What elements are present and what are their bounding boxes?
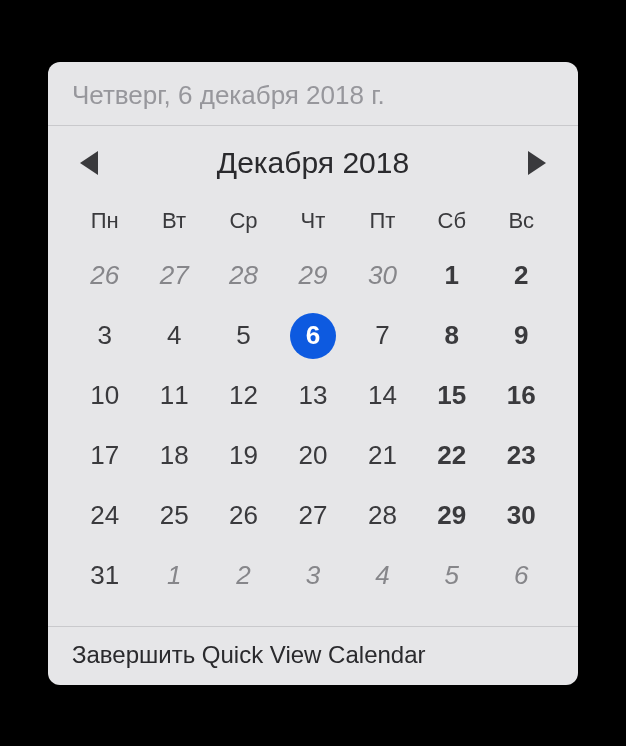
day-cell[interactable]: 23 — [487, 426, 556, 486]
day-cell[interactable]: 1 — [139, 546, 208, 606]
day-cell[interactable]: 9 — [487, 306, 556, 366]
day-cell[interactable]: 2 — [209, 546, 278, 606]
day-cell[interactable]: 19 — [209, 426, 278, 486]
day-cell[interactable]: 28 — [209, 246, 278, 306]
day-cell[interactable]: 14 — [348, 366, 417, 426]
day-number: 28 — [229, 260, 258, 291]
day-number: 30 — [368, 260, 397, 291]
day-cell[interactable]: 27 — [278, 486, 347, 546]
day-cell[interactable]: 20 — [278, 426, 347, 486]
day-cell[interactable]: 7 — [348, 306, 417, 366]
day-number: 23 — [507, 440, 536, 471]
month-navigation: Декабря 2018 — [48, 126, 578, 192]
day-number: 13 — [299, 380, 328, 411]
day-cell[interactable]: 5 — [417, 546, 486, 606]
header: Четверг, 6 декабря 2018 г. — [48, 62, 578, 126]
day-number: 1 — [445, 260, 459, 291]
day-number: 14 — [368, 380, 397, 411]
day-cell[interactable]: 12 — [209, 366, 278, 426]
day-cell[interactable]: 30 — [487, 486, 556, 546]
day-number: 16 — [507, 380, 536, 411]
day-number: 12 — [229, 380, 258, 411]
next-month-icon[interactable] — [528, 151, 546, 175]
day-number: 24 — [90, 500, 119, 531]
day-cell[interactable]: 13 — [278, 366, 347, 426]
week-row: 24252627282930 — [70, 486, 556, 546]
day-number: 29 — [299, 260, 328, 291]
day-cell[interactable]: 17 — [70, 426, 139, 486]
day-cell[interactable]: 26 — [70, 246, 139, 306]
day-cell-today[interactable]: 6 — [278, 306, 347, 366]
day-cell[interactable]: 30 — [348, 246, 417, 306]
day-cell[interactable]: 26 — [209, 486, 278, 546]
weekday-header: Сб — [417, 196, 486, 246]
day-number: 4 — [375, 560, 389, 591]
day-cell[interactable]: 24 — [70, 486, 139, 546]
day-cell[interactable]: 28 — [348, 486, 417, 546]
day-number: 5 — [445, 560, 459, 591]
day-cell[interactable]: 4 — [139, 306, 208, 366]
day-cell[interactable]: 18 — [139, 426, 208, 486]
day-cell[interactable]: 3 — [278, 546, 347, 606]
day-cell[interactable]: 31 — [70, 546, 139, 606]
day-number: 30 — [507, 500, 536, 531]
day-cell[interactable]: 1 — [417, 246, 486, 306]
weekday-header: Чт — [278, 196, 347, 246]
day-cell[interactable]: 5 — [209, 306, 278, 366]
day-cell[interactable]: 29 — [417, 486, 486, 546]
day-number: 26 — [229, 500, 258, 531]
day-cell[interactable]: 29 — [278, 246, 347, 306]
day-number: 2 — [236, 560, 250, 591]
day-number: 11 — [160, 380, 189, 411]
prev-month-icon[interactable] — [80, 151, 98, 175]
day-cell[interactable]: 2 — [487, 246, 556, 306]
day-cell[interactable]: 11 — [139, 366, 208, 426]
week-row: 262728293012 — [70, 246, 556, 306]
day-number: 4 — [167, 320, 181, 351]
day-number: 9 — [514, 320, 528, 351]
month-year-label: Декабря 2018 — [217, 146, 409, 180]
day-number: 27 — [160, 260, 189, 291]
day-number: 28 — [368, 500, 397, 531]
day-number: 7 — [375, 320, 389, 351]
day-number: 5 — [236, 320, 250, 351]
day-cell[interactable]: 21 — [348, 426, 417, 486]
day-cell[interactable]: 6 — [487, 546, 556, 606]
day-number: 22 — [437, 440, 466, 471]
day-number: 31 — [90, 560, 119, 591]
day-number: 18 — [160, 440, 189, 471]
calendar-grid: ПнВтСрЧтПтСбВс 2627282930123456789101112… — [48, 192, 578, 626]
day-cell[interactable]: 10 — [70, 366, 139, 426]
week-row: 31123456 — [70, 546, 556, 606]
weekday-header: Пт — [348, 196, 417, 246]
day-number: 17 — [90, 440, 119, 471]
day-cell[interactable]: 16 — [487, 366, 556, 426]
day-cell[interactable]: 8 — [417, 306, 486, 366]
day-cell[interactable]: 4 — [348, 546, 417, 606]
day-cell[interactable]: 27 — [139, 246, 208, 306]
weekday-header: Вс — [487, 196, 556, 246]
day-number: 29 — [437, 500, 466, 531]
day-cell[interactable]: 25 — [139, 486, 208, 546]
day-number: 21 — [368, 440, 397, 471]
day-number: 10 — [90, 380, 119, 411]
day-number: 1 — [167, 560, 181, 591]
current-date-label: Четверг, 6 декабря 2018 г. — [72, 80, 554, 111]
day-number: 27 — [299, 500, 328, 531]
weekday-header: Вт — [139, 196, 208, 246]
weekday-header: Ср — [209, 196, 278, 246]
day-cell[interactable]: 3 — [70, 306, 139, 366]
quit-button[interactable]: Завершить Quick View Calendar — [72, 641, 554, 669]
day-cell[interactable]: 15 — [417, 366, 486, 426]
day-number: 3 — [306, 560, 320, 591]
week-row: 17181920212223 — [70, 426, 556, 486]
day-number: 3 — [97, 320, 111, 351]
weekday-header-row: ПнВтСрЧтПтСбВс — [70, 196, 556, 246]
day-cell[interactable]: 22 — [417, 426, 486, 486]
day-number: 26 — [90, 260, 119, 291]
day-number: 6 — [306, 320, 320, 351]
day-number: 15 — [437, 380, 466, 411]
calendar-widget: Четверг, 6 декабря 2018 г. Декабря 2018 … — [48, 62, 578, 685]
weekday-header: Пн — [70, 196, 139, 246]
day-number: 19 — [229, 440, 258, 471]
